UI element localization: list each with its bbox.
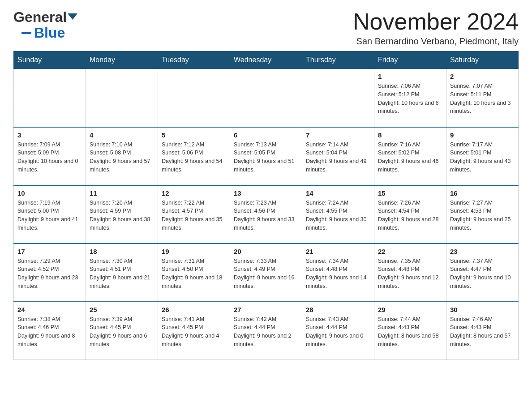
day-number: 8 bbox=[378, 131, 442, 139]
day-info: Sunrise: 7:17 AMSunset: 5:01 PMDaylight:… bbox=[450, 141, 515, 174]
day-info: Sunrise: 7:07 AMSunset: 5:11 PMDaylight:… bbox=[450, 82, 515, 116]
col-wednesday: Wednesday bbox=[230, 51, 302, 69]
calendar-week-5: 24Sunrise: 7:38 AMSunset: 4:46 PMDayligh… bbox=[14, 302, 519, 360]
day-info: Sunrise: 7:26 AMSunset: 4:54 PMDaylight:… bbox=[378, 199, 442, 232]
day-info: Sunrise: 7:14 AMSunset: 5:04 PMDaylight:… bbox=[306, 141, 370, 174]
calendar-cell: 13Sunrise: 7:23 AMSunset: 4:56 PMDayligh… bbox=[230, 185, 302, 244]
day-info: Sunrise: 7:35 AMSunset: 4:48 PMDaylight:… bbox=[378, 257, 442, 291]
calendar-cell: 12Sunrise: 7:22 AMSunset: 4:57 PMDayligh… bbox=[158, 185, 230, 244]
calendar-cell: 26Sunrise: 7:41 AMSunset: 4:45 PMDayligh… bbox=[158, 302, 230, 360]
calendar-cell: 3Sunrise: 7:09 AMSunset: 5:09 PMDaylight… bbox=[14, 127, 86, 185]
day-info: Sunrise: 7:30 AMSunset: 4:51 PMDaylight:… bbox=[90, 257, 154, 291]
calendar-cell: 16Sunrise: 7:27 AMSunset: 4:53 PMDayligh… bbox=[446, 185, 519, 244]
day-number: 30 bbox=[450, 306, 515, 313]
day-number: 12 bbox=[162, 189, 226, 197]
calendar-cell bbox=[158, 69, 230, 127]
calendar-header: Sunday Monday Tuesday Wednesday Thursday… bbox=[14, 51, 519, 69]
day-number: 1 bbox=[378, 73, 442, 80]
day-number: 15 bbox=[378, 189, 442, 197]
calendar-cell: 14Sunrise: 7:24 AMSunset: 4:55 PMDayligh… bbox=[302, 185, 374, 244]
calendar-cell: 27Sunrise: 7:42 AMSunset: 4:44 PMDayligh… bbox=[230, 302, 302, 360]
day-info: Sunrise: 7:33 AMSunset: 4:49 PMDaylight:… bbox=[234, 257, 298, 291]
day-info: Sunrise: 7:10 AMSunset: 5:08 PMDaylight:… bbox=[90, 141, 154, 174]
calendar-body: 1Sunrise: 7:06 AMSunset: 5:12 PMDaylight… bbox=[14, 69, 519, 360]
calendar-cell bbox=[14, 69, 86, 127]
day-info: Sunrise: 7:29 AMSunset: 4:52 PMDaylight:… bbox=[17, 257, 82, 291]
logo: General Blue bbox=[13, 9, 77, 41]
day-number: 10 bbox=[17, 189, 82, 197]
calendar-cell: 21Sunrise: 7:34 AMSunset: 4:48 PMDayligh… bbox=[302, 244, 374, 302]
col-tuesday: Tuesday bbox=[158, 51, 230, 69]
day-info: Sunrise: 7:23 AMSunset: 4:56 PMDaylight:… bbox=[234, 199, 298, 232]
day-number: 11 bbox=[90, 189, 154, 197]
calendar-cell: 6Sunrise: 7:13 AMSunset: 5:05 PMDaylight… bbox=[230, 127, 302, 185]
calendar-cell: 10Sunrise: 7:19 AMSunset: 5:00 PMDayligh… bbox=[14, 185, 86, 244]
day-number: 9 bbox=[450, 131, 515, 139]
col-saturday: Saturday bbox=[446, 51, 519, 69]
calendar-cell bbox=[302, 69, 374, 127]
col-sunday: Sunday bbox=[14, 51, 86, 69]
day-number: 25 bbox=[90, 306, 154, 313]
calendar-cell: 28Sunrise: 7:43 AMSunset: 4:44 PMDayligh… bbox=[302, 302, 374, 360]
day-info: Sunrise: 7:20 AMSunset: 4:59 PMDaylight:… bbox=[90, 199, 154, 232]
header-row: Sunday Monday Tuesday Wednesday Thursday… bbox=[14, 51, 519, 69]
day-number: 6 bbox=[234, 131, 298, 139]
day-number: 24 bbox=[17, 306, 82, 313]
calendar-cell: 22Sunrise: 7:35 AMSunset: 4:48 PMDayligh… bbox=[374, 244, 446, 302]
day-number: 28 bbox=[306, 306, 370, 313]
day-number: 4 bbox=[90, 131, 154, 139]
day-number: 16 bbox=[450, 189, 515, 197]
day-number: 14 bbox=[306, 189, 370, 197]
day-info: Sunrise: 7:31 AMSunset: 4:50 PMDaylight:… bbox=[162, 257, 226, 291]
calendar-cell: 9Sunrise: 7:17 AMSunset: 5:01 PMDaylight… bbox=[446, 127, 519, 185]
day-number: 18 bbox=[90, 248, 154, 255]
calendar-cell: 7Sunrise: 7:14 AMSunset: 5:04 PMDaylight… bbox=[302, 127, 374, 185]
day-number: 27 bbox=[234, 306, 298, 313]
day-info: Sunrise: 7:16 AMSunset: 5:02 PMDaylight:… bbox=[378, 141, 442, 174]
day-info: Sunrise: 7:12 AMSunset: 5:06 PMDaylight:… bbox=[162, 141, 226, 174]
day-info: Sunrise: 7:38 AMSunset: 4:46 PMDaylight:… bbox=[17, 315, 82, 349]
day-info: Sunrise: 7:09 AMSunset: 5:09 PMDaylight:… bbox=[17, 141, 82, 174]
day-info: Sunrise: 7:22 AMSunset: 4:57 PMDaylight:… bbox=[162, 199, 226, 232]
calendar-cell: 2Sunrise: 7:07 AMSunset: 5:11 PMDaylight… bbox=[446, 69, 519, 127]
calendar-cell: 23Sunrise: 7:37 AMSunset: 4:47 PMDayligh… bbox=[446, 244, 519, 302]
calendar-cell: 4Sunrise: 7:10 AMSunset: 5:08 PMDaylight… bbox=[86, 127, 158, 185]
day-info: Sunrise: 7:19 AMSunset: 5:00 PMDaylight:… bbox=[17, 199, 82, 232]
day-number: 26 bbox=[162, 306, 226, 313]
col-friday: Friday bbox=[374, 51, 446, 69]
calendar-cell bbox=[230, 69, 302, 127]
day-number: 2 bbox=[450, 73, 515, 80]
day-number: 29 bbox=[378, 306, 442, 313]
day-number: 20 bbox=[234, 248, 298, 255]
svg-marker-0 bbox=[68, 13, 77, 20]
day-info: Sunrise: 7:44 AMSunset: 4:43 PMDaylight:… bbox=[378, 315, 442, 349]
day-info: Sunrise: 7:42 AMSunset: 4:44 PMDaylight:… bbox=[234, 315, 298, 349]
day-number: 21 bbox=[306, 248, 370, 255]
calendar-cell: 25Sunrise: 7:39 AMSunset: 4:45 PMDayligh… bbox=[86, 302, 158, 360]
subtitle: San Bernardino Verbano, Piedmont, Italy bbox=[353, 36, 519, 47]
day-number: 22 bbox=[378, 248, 442, 255]
day-info: Sunrise: 7:34 AMSunset: 4:48 PMDaylight:… bbox=[306, 257, 370, 291]
day-number: 5 bbox=[162, 131, 226, 139]
day-info: Sunrise: 7:41 AMSunset: 4:45 PMDaylight:… bbox=[162, 315, 226, 349]
day-info: Sunrise: 7:39 AMSunset: 4:45 PMDaylight:… bbox=[90, 315, 154, 349]
page-header: General Blue November 2024 San Bernardin… bbox=[13, 9, 519, 47]
calendar-week-2: 3Sunrise: 7:09 AMSunset: 5:09 PMDaylight… bbox=[14, 127, 519, 185]
calendar-cell: 17Sunrise: 7:29 AMSunset: 4:52 PMDayligh… bbox=[14, 244, 86, 302]
day-number: 19 bbox=[162, 248, 226, 255]
calendar-table: Sunday Monday Tuesday Wednesday Thursday… bbox=[13, 51, 519, 360]
logo-underline bbox=[21, 32, 31, 34]
col-thursday: Thursday bbox=[302, 51, 374, 69]
calendar-week-4: 17Sunrise: 7:29 AMSunset: 4:52 PMDayligh… bbox=[14, 244, 519, 302]
day-info: Sunrise: 7:27 AMSunset: 4:53 PMDaylight:… bbox=[450, 199, 515, 232]
logo-triangle-icon bbox=[68, 12, 77, 21]
calendar-cell bbox=[86, 69, 158, 127]
calendar-cell: 24Sunrise: 7:38 AMSunset: 4:46 PMDayligh… bbox=[14, 302, 86, 360]
title-block: November 2024 San Bernardino Verbano, Pi… bbox=[353, 9, 519, 47]
logo-blue: Blue bbox=[34, 25, 65, 41]
calendar-week-3: 10Sunrise: 7:19 AMSunset: 5:00 PMDayligh… bbox=[14, 185, 519, 244]
day-number: 3 bbox=[17, 131, 82, 139]
day-info: Sunrise: 7:24 AMSunset: 4:55 PMDaylight:… bbox=[306, 199, 370, 232]
calendar-cell: 5Sunrise: 7:12 AMSunset: 5:06 PMDaylight… bbox=[158, 127, 230, 185]
calendar-week-1: 1Sunrise: 7:06 AMSunset: 5:12 PMDaylight… bbox=[14, 69, 519, 127]
